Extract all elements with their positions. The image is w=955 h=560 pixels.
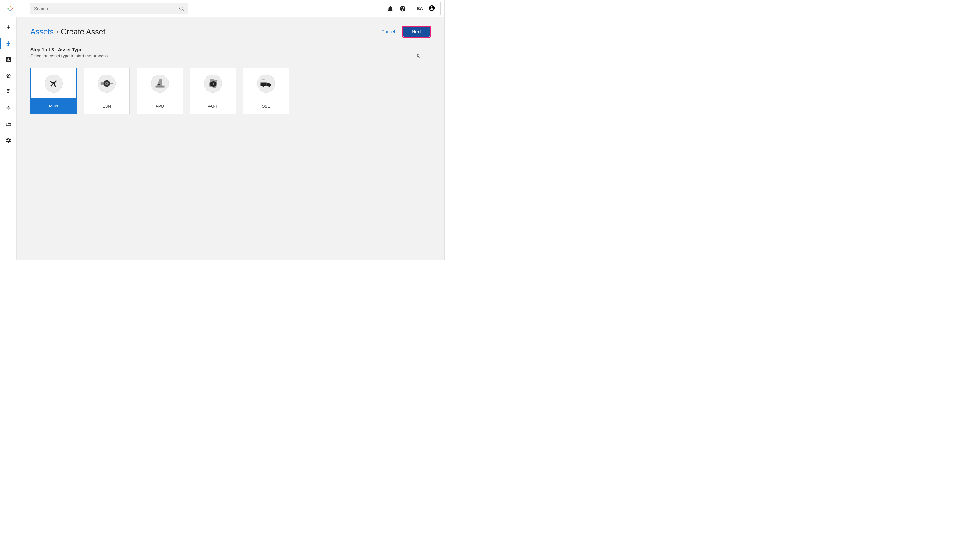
asset-type-card-gse[interactable]: GSE: [243, 68, 289, 114]
airplane-icon: [45, 75, 63, 92]
step-description: Select an asset type to start the proces…: [30, 53, 431, 58]
svg-point-8: [106, 83, 107, 84]
svg-rect-5: [8, 89, 9, 90]
sidebar-item-analytics[interactable]: [0, 53, 17, 66]
card-label: ESN: [84, 99, 130, 114]
page-header: Assets › Create Asset Cancel Next: [30, 26, 431, 38]
sidebar-item-tasks[interactable]: [0, 85, 17, 99]
sidebar-item-tracking[interactable]: [0, 69, 17, 82]
card-icon-area: [190, 68, 236, 99]
search-input[interactable]: [34, 6, 179, 11]
step-title: Step 1 of 3 - Asset Type: [30, 47, 431, 52]
tail-icon: [151, 75, 169, 92]
svg-rect-11: [260, 82, 266, 86]
svg-line-1: [183, 9, 183, 11]
asset-type-card-esn[interactable]: ESN: [83, 68, 130, 114]
app-logo[interactable]: [4, 5, 16, 12]
card-label: PART: [190, 99, 236, 114]
sidebar-item-assets[interactable]: [0, 37, 17, 50]
notifications-icon[interactable]: [387, 5, 394, 12]
sidebar-item-files[interactable]: [0, 118, 17, 131]
breadcrumb-separator: ›: [56, 28, 58, 36]
sidebar: [0, 17, 17, 260]
truck-icon: [257, 75, 275, 92]
user-initials: BA: [417, 6, 423, 11]
card-label: MSN: [31, 99, 76, 113]
asset-type-card-part[interactable]: PART: [190, 68, 236, 114]
help-icon[interactable]: [399, 5, 406, 12]
engine-icon: [98, 75, 116, 92]
card-icon-area: [31, 68, 76, 99]
sidebar-item-add[interactable]: [0, 21, 17, 34]
user-menu[interactable]: BA: [412, 2, 441, 15]
app-header: BA: [0, 0, 444, 17]
step-block: Step 1 of 3 - Asset Type Select an asset…: [30, 47, 431, 58]
gear-icon: [204, 75, 222, 92]
asset-type-card-msn[interactable]: MSN: [30, 68, 77, 114]
card-label: APU: [137, 99, 183, 114]
next-button[interactable]: Next: [403, 27, 430, 37]
svg-rect-9: [155, 85, 164, 87]
svg-point-3: [8, 75, 9, 76]
svg-point-13: [262, 86, 263, 87]
svg-point-15: [268, 86, 269, 87]
breadcrumb: Assets › Create Asset: [30, 27, 106, 36]
asset-type-cards: MSN ESN: [30, 68, 431, 114]
account-icon: [429, 5, 435, 13]
breadcrumb-current: Create Asset: [61, 27, 105, 36]
header-right: BA: [387, 2, 441, 15]
asset-type-card-apu[interactable]: APU: [136, 68, 183, 114]
next-button-highlight: Next: [402, 26, 431, 38]
search-icon[interactable]: [179, 6, 185, 11]
page-actions: Cancel Next: [382, 26, 431, 38]
svg-point-0: [180, 7, 183, 10]
main-content: Assets › Create Asset Cancel Next Step 1…: [17, 17, 444, 260]
breadcrumb-assets-link[interactable]: Assets: [30, 27, 54, 36]
cancel-button[interactable]: Cancel: [382, 29, 395, 34]
search-box[interactable]: [30, 3, 188, 14]
card-icon-area: [137, 68, 183, 99]
card-icon-area: [243, 68, 289, 99]
svg-rect-17: [262, 80, 265, 80]
card-label: GSE: [243, 99, 289, 114]
sidebar-item-settings[interactable]: [0, 134, 17, 147]
svg-rect-16: [261, 81, 265, 81]
sidebar-item-transfers[interactable]: [0, 102, 17, 114]
card-icon-area: [84, 68, 130, 99]
